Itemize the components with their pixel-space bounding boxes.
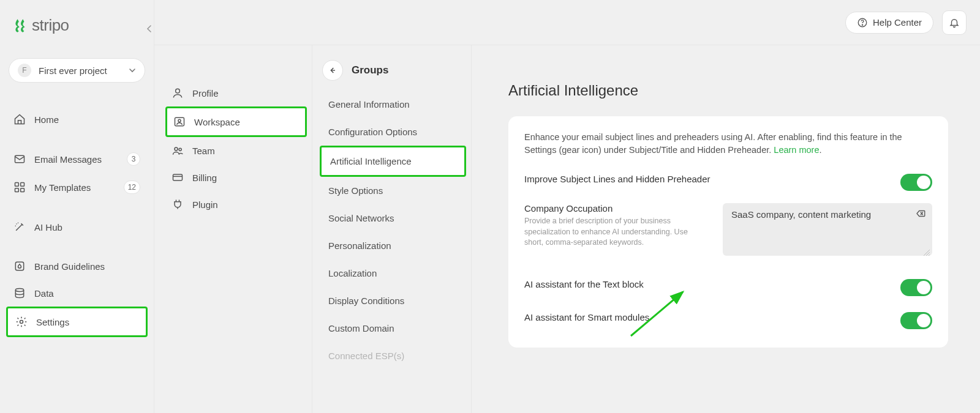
stripo-logo-icon	[12, 18, 28, 34]
sidebar-item-label: Email Messages	[34, 154, 118, 165]
arrow-left-icon	[328, 65, 337, 75]
groups-nav: Groups General Information Configuration…	[312, 45, 472, 413]
row-label-smart-modules: AI assistant for Smart modules	[524, 312, 649, 322]
svg-point-9	[862, 24, 862, 25]
home-icon	[13, 113, 26, 125]
settings-nav-label: Plugin	[192, 199, 218, 210]
wand-icon	[13, 221, 26, 233]
sidebar-item-email-messages[interactable]: Email Messages 3	[6, 145, 148, 173]
workspace-icon	[173, 116, 186, 128]
help-center-button[interactable]: Help Center	[845, 12, 933, 34]
team-icon	[172, 144, 184, 157]
groups-item-general-information[interactable]: General Information	[320, 91, 466, 118]
sidebar-item-badge: 3	[127, 152, 140, 166]
groups-item-localization[interactable]: Localization	[320, 259, 466, 287]
toggle-text-block[interactable]	[900, 279, 932, 296]
settings-nav-label: Profile	[192, 88, 219, 99]
svg-rect-15	[173, 174, 183, 180]
groups-item-social-networks[interactable]: Social Networks	[320, 204, 466, 232]
groups-item-style-options[interactable]: Style Options	[320, 177, 466, 204]
sidebar-item-settings[interactable]: Settings	[6, 307, 148, 337]
svg-rect-5	[15, 262, 23, 270]
sidebar-item-label: AI Hub	[34, 222, 140, 233]
sidebar-item-my-templates[interactable]: My Templates 12	[6, 173, 148, 201]
sidebar-item-label: Settings	[36, 317, 138, 327]
project-name: First ever project	[39, 65, 121, 76]
settings-nav-team[interactable]: Team	[165, 137, 307, 164]
plugin-icon	[172, 198, 184, 210]
row-label-company-occupation: Company Occupation	[524, 203, 708, 214]
primary-sidebar: stripo F First ever project Home Email M…	[0, 0, 154, 413]
topbar: Help Center	[154, 0, 980, 45]
droplet-icon	[13, 260, 26, 272]
sidebar-item-label: Data	[34, 288, 140, 299]
settings-nav-profile[interactable]: Profile	[165, 80, 307, 106]
card-icon	[172, 171, 184, 184]
notifications-button[interactable]	[942, 10, 967, 35]
help-label: Help Center	[873, 17, 922, 28]
mail-icon	[13, 153, 26, 165]
svg-rect-4	[21, 188, 24, 192]
settings-category-nav: Profile Workspace Team Billing Plugin	[154, 45, 312, 413]
groups-item-artificial-intelligence[interactable]: Artificial Intelligence	[320, 146, 466, 177]
brand-name: stripo	[32, 16, 69, 35]
collapse-sidebar-button[interactable]	[144, 23, 155, 34]
clear-input-icon[interactable]	[915, 208, 926, 219]
settings-nav-label: Workspace	[194, 117, 240, 127]
row-label-text-block: AI assistant for the Text block	[524, 279, 644, 289]
user-icon	[172, 87, 184, 99]
project-initial-badge: F	[18, 64, 31, 77]
svg-point-14	[179, 148, 181, 151]
sidebar-item-data[interactable]: Data	[6, 280, 148, 307]
database-icon	[13, 287, 26, 299]
groups-back-button[interactable]	[322, 60, 343, 81]
learn-more-link[interactable]: Learn more	[774, 145, 819, 155]
settings-nav-billing[interactable]: Billing	[165, 164, 307, 191]
svg-rect-1	[15, 183, 19, 187]
groups-item-connected-esps[interactable]: Connected ESP(s)	[320, 342, 466, 370]
groups-item-configuration-options[interactable]: Configuration Options	[320, 118, 466, 146]
page-title: Artificial Intelligence	[508, 82, 948, 99]
svg-point-13	[175, 147, 178, 151]
company-occupation-input[interactable]	[723, 203, 932, 256]
sidebar-item-label: My Templates	[34, 182, 115, 193]
row-label-subject-lines: Improve Subject Lines and Hidden Prehead…	[524, 174, 710, 184]
sidebar-item-ai-hub[interactable]: AI Hub	[6, 214, 148, 240]
svg-rect-3	[15, 188, 19, 192]
main-panel: Artificial Intelligence Enhance your ema…	[472, 45, 980, 413]
svg-point-6	[15, 289, 23, 292]
settings-nav-label: Billing	[192, 173, 217, 183]
groups-item-personalization[interactable]: Personalization	[320, 232, 466, 259]
sidebar-item-brand-guidelines[interactable]: Brand Guidelines	[6, 253, 148, 280]
bell-icon	[949, 17, 960, 28]
groups-title: Groups	[352, 64, 388, 76]
toggle-smart-modules[interactable]	[900, 312, 932, 329]
svg-point-7	[20, 321, 23, 324]
chevron-down-icon	[129, 67, 136, 74]
help-icon	[857, 17, 868, 28]
card-intro: Enhance your email subject lines and pre…	[524, 131, 932, 157]
sidebar-item-home[interactable]: Home	[6, 106, 148, 133]
svg-rect-2	[21, 183, 24, 187]
gear-icon	[15, 316, 28, 328]
svg-point-12	[178, 119, 181, 122]
sidebar-item-badge: 12	[124, 180, 140, 194]
groups-item-display-conditions[interactable]: Display Conditions	[320, 287, 466, 314]
sidebar-item-label: Home	[34, 114, 140, 125]
ai-settings-card: Enhance your email subject lines and pre…	[508, 116, 948, 348]
intro-text: Enhance your email subject lines and pre…	[524, 132, 902, 155]
toggle-subject-lines[interactable]	[900, 174, 932, 191]
brand-logo: stripo	[6, 11, 148, 50]
grid-icon	[13, 181, 26, 193]
groups-item-custom-domain[interactable]: Custom Domain	[320, 314, 466, 342]
svg-point-10	[176, 89, 180, 93]
sidebar-item-label: Brand Guidelines	[34, 261, 140, 272]
settings-nav-label: Team	[192, 146, 215, 156]
row-desc-company-occupation: Provide a brief description of your busi…	[524, 216, 702, 248]
settings-nav-workspace[interactable]: Workspace	[165, 106, 307, 137]
project-selector[interactable]: F First ever project	[9, 58, 145, 83]
settings-nav-plugin[interactable]: Plugin	[165, 191, 307, 218]
